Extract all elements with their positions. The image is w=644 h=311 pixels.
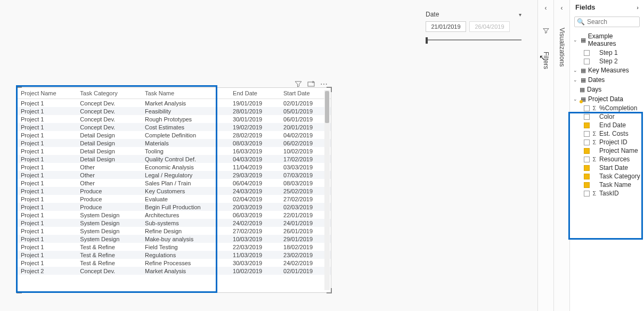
table-example-measures[interactable]: ⌄ ▦ Example Measures (570, 31, 644, 48)
table-row[interactable]: Project 1ProduceBegin Full Production20/… (18, 203, 331, 211)
table-row[interactable]: Project 1Detail DesignMaterials08/03/201… (18, 139, 331, 147)
chevron-down-icon[interactable]: ▾ (519, 12, 521, 18)
table-cell: Project 1 (18, 155, 77, 163)
table-row[interactable]: Project 1System DesignRefine Design27/02… (18, 227, 331, 235)
table-cell: 04/03/2019 (230, 155, 280, 163)
table-row[interactable]: Project 2Concept Dev.Market Analysis10/0… (18, 267, 331, 275)
field-project-name[interactable]: Project Name (570, 146, 644, 155)
scrollbar-thumb[interactable] (325, 91, 329, 123)
field-task-name[interactable]: Task Name (570, 181, 644, 189)
fields-pane-title: Fields (575, 3, 596, 11)
table-row[interactable]: Project 1OtherSales Plan / Train06/04/20… (18, 179, 331, 187)
checkbox[interactable] (584, 182, 590, 188)
slider-thumb[interactable] (426, 37, 428, 44)
search-icon: 🔍 (577, 18, 585, 26)
chevron-left-icon[interactable]: ‹ (561, 4, 563, 12)
checkbox[interactable] (584, 165, 590, 171)
table-icon: ▦ (581, 77, 586, 84)
table-row[interactable]: Project 1Test & RefineRegulations11/03/2… (18, 251, 331, 259)
column-header[interactable]: Start Date (280, 88, 331, 99)
table-key-measures[interactable]: ⌄ ▦ Key Measures (570, 66, 644, 75)
field-project-id[interactable]: Σ Project ID (570, 138, 644, 146)
scrollbar[interactable] (324, 90, 330, 290)
chevron-left-icon[interactable]: ‹ (545, 4, 547, 12)
table-row[interactable]: Project 1OtherLegal / Regulatory29/03/20… (18, 171, 331, 179)
table-cell: Cost Estimates (142, 123, 230, 131)
table-row[interactable]: Project 1Test & RefineRefine Processes30… (18, 259, 331, 267)
column-header[interactable]: Task Name (142, 88, 230, 99)
field-step1[interactable]: Step 1 (570, 48, 644, 57)
checkbox[interactable] (584, 174, 590, 179)
table-cell: Project 1 (18, 163, 77, 171)
table-cell: 23/02/2019 (280, 251, 331, 259)
field-task-category[interactable]: Task Category (570, 172, 644, 181)
field-start-date[interactable]: Start Date (570, 163, 644, 172)
table-row[interactable]: Project 1Concept Dev.Feasibility28/01/20… (18, 107, 331, 115)
field-color[interactable]: Color (570, 112, 644, 121)
fields-search[interactable]: 🔍 (574, 17, 640, 27)
checkbox[interactable] (584, 131, 590, 137)
column-header[interactable]: Project Name (18, 88, 77, 99)
table-row[interactable]: Project 1Detail DesignQuality Control De… (18, 155, 331, 163)
table-cell: 06/04/2019 (230, 179, 280, 187)
table-row[interactable]: Project 1System DesignArchitectures06/03… (18, 211, 331, 219)
checkbox[interactable] (584, 122, 590, 128)
table-cell: 24/02/2019 (280, 259, 331, 267)
table-cell: Other (77, 179, 142, 187)
column-header[interactable]: End Date (230, 88, 280, 99)
visualizations-pane-collapsed[interactable]: ‹ Visualizations (553, 0, 569, 311)
checkbox[interactable] (584, 140, 590, 145)
table-cell: 24/01/2019 (280, 219, 331, 227)
field-end-date[interactable]: End Date (570, 121, 644, 129)
checkbox[interactable] (584, 114, 590, 120)
table-dates[interactable]: ⌄ ▦ Dates (570, 75, 644, 85)
filter-pane-icon (543, 28, 549, 36)
field-step2[interactable]: Step 2 (570, 57, 644, 66)
search-input[interactable] (587, 18, 637, 26)
table-cell: 22/01/2019 (280, 211, 331, 219)
checkbox[interactable] (584, 157, 590, 162)
checkbox[interactable] (584, 59, 590, 64)
table-cell: 29/01/2019 (280, 235, 331, 243)
table-row[interactable]: Project 1Concept Dev.Rough Prototypes30/… (18, 115, 331, 123)
checkbox[interactable] (584, 50, 590, 56)
table-cell: 26/01/2019 (280, 227, 331, 235)
table-cell: 10/03/2019 (230, 235, 280, 243)
chevron-right-icon[interactable]: › (637, 4, 639, 11)
table-row[interactable]: Project 1ProduceKey Customers24/03/20192… (18, 187, 331, 195)
field-completion[interactable]: Σ %Completion (570, 104, 644, 112)
table-cell: Evaluate (142, 195, 230, 203)
table-row[interactable]: Project 1ProduceEvaluate02/04/201927/02/… (18, 195, 331, 203)
field-task-id[interactable]: Σ TaskID (570, 189, 644, 198)
table-row[interactable]: Project 1System DesignMake-buy analysis1… (18, 235, 331, 243)
table-cell: Market Analysis (142, 267, 230, 275)
table-row[interactable]: Project 1Test & RefineField Testing22/03… (18, 243, 331, 251)
table-cell: Project 1 (18, 235, 77, 243)
table-row[interactable]: Project 1System DesignSub-systems24/02/2… (18, 219, 331, 227)
table-row[interactable]: Project 1Concept Dev.Market Analysis19/0… (18, 99, 331, 108)
table-visual[interactable]: Project NameTask CategoryTask NameEnd Da… (17, 87, 331, 293)
date-slider[interactable] (426, 36, 521, 44)
date-start-input[interactable]: 21/01/2019 (426, 21, 466, 32)
checkbox[interactable] (584, 191, 590, 197)
date-end-input[interactable]: 26/04/2019 (469, 21, 510, 32)
table-row[interactable]: Project 1Concept Dev.Cost Estimates19/02… (18, 123, 331, 131)
checkbox[interactable] (584, 105, 590, 111)
field-est-costs[interactable]: Σ Est. Costs (570, 129, 644, 138)
table-cell: Architectures (142, 211, 230, 219)
table-cell: 27/02/2019 (280, 195, 331, 203)
table-cell: Make-buy analysis (142, 235, 230, 243)
table-row[interactable]: Project 1OtherEconomic Analysis11/04/201… (18, 163, 331, 171)
table-project-data[interactable]: ⌄ ▦ Project Data (570, 94, 644, 104)
field-tree: ⌄ ▦ Example Measures Step 1 Step 2 ⌄ ▦ K… (570, 31, 644, 311)
table-cell: Project 1 (18, 211, 77, 219)
checkbox[interactable] (584, 148, 590, 154)
table-days[interactable]: ▦ Days (570, 85, 644, 94)
date-slicer[interactable]: Date ▾ 21/01/2019 26/04/2019 (426, 11, 521, 44)
column-header[interactable]: Task Category (77, 88, 142, 99)
field-resources[interactable]: Σ Resources (570, 155, 644, 163)
table-row[interactable]: Project 1Detail DesignTooling16/03/20191… (18, 147, 331, 155)
table-row[interactable]: Project 1Detail DesignComplete Definitio… (18, 131, 331, 139)
filters-pane-collapsed[interactable]: ‹ Filters (537, 0, 553, 311)
slider-track (426, 39, 521, 40)
